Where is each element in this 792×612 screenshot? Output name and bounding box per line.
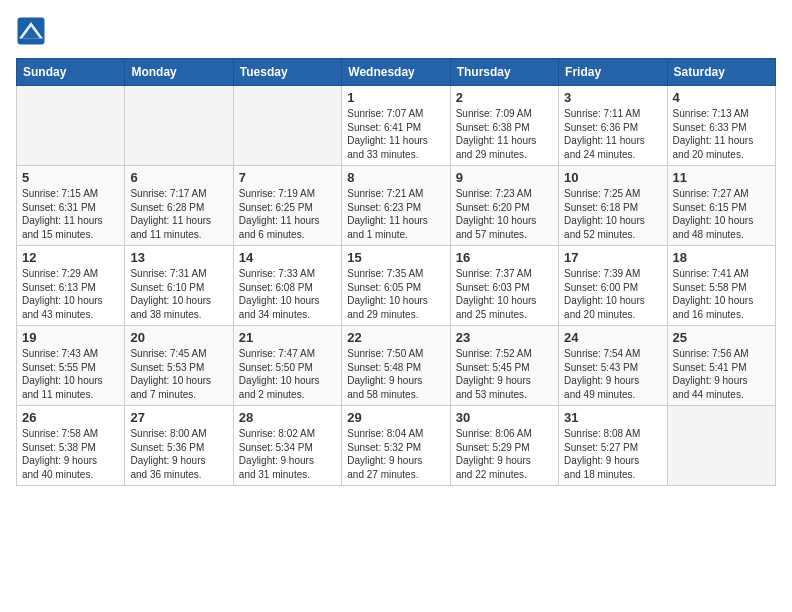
calendar-cell: 28Sunrise: 8:02 AM Sunset: 5:34 PM Dayli… <box>233 406 341 486</box>
calendar-cell: 19Sunrise: 7:43 AM Sunset: 5:55 PM Dayli… <box>17 326 125 406</box>
calendar-cell <box>125 86 233 166</box>
day-number: 18 <box>673 250 770 265</box>
day-number: 22 <box>347 330 444 345</box>
day-info: Sunrise: 7:17 AM Sunset: 6:28 PM Dayligh… <box>130 187 227 241</box>
day-number: 23 <box>456 330 553 345</box>
day-info: Sunrise: 8:08 AM Sunset: 5:27 PM Dayligh… <box>564 427 661 481</box>
day-number: 17 <box>564 250 661 265</box>
day-info: Sunrise: 7:41 AM Sunset: 5:58 PM Dayligh… <box>673 267 770 321</box>
day-number: 9 <box>456 170 553 185</box>
day-number: 5 <box>22 170 119 185</box>
calendar-cell: 24Sunrise: 7:54 AM Sunset: 5:43 PM Dayli… <box>559 326 667 406</box>
day-info: Sunrise: 7:13 AM Sunset: 6:33 PM Dayligh… <box>673 107 770 161</box>
day-info: Sunrise: 7:21 AM Sunset: 6:23 PM Dayligh… <box>347 187 444 241</box>
calendar-cell: 11Sunrise: 7:27 AM Sunset: 6:15 PM Dayli… <box>667 166 775 246</box>
day-info: Sunrise: 7:31 AM Sunset: 6:10 PM Dayligh… <box>130 267 227 321</box>
calendar-cell: 9Sunrise: 7:23 AM Sunset: 6:20 PM Daylig… <box>450 166 558 246</box>
day-info: Sunrise: 8:02 AM Sunset: 5:34 PM Dayligh… <box>239 427 336 481</box>
calendar-cell: 29Sunrise: 8:04 AM Sunset: 5:32 PM Dayli… <box>342 406 450 486</box>
day-number: 15 <box>347 250 444 265</box>
page-header <box>16 16 776 46</box>
day-info: Sunrise: 7:45 AM Sunset: 5:53 PM Dayligh… <box>130 347 227 401</box>
day-number: 25 <box>673 330 770 345</box>
day-number: 27 <box>130 410 227 425</box>
day-info: Sunrise: 7:25 AM Sunset: 6:18 PM Dayligh… <box>564 187 661 241</box>
day-number: 14 <box>239 250 336 265</box>
day-number: 13 <box>130 250 227 265</box>
calendar-cell: 21Sunrise: 7:47 AM Sunset: 5:50 PM Dayli… <box>233 326 341 406</box>
week-row-2: 5Sunrise: 7:15 AM Sunset: 6:31 PM Daylig… <box>17 166 776 246</box>
day-info: Sunrise: 7:19 AM Sunset: 6:25 PM Dayligh… <box>239 187 336 241</box>
day-number: 31 <box>564 410 661 425</box>
week-row-1: 1Sunrise: 7:07 AM Sunset: 6:41 PM Daylig… <box>17 86 776 166</box>
logo <box>16 16 50 46</box>
day-number: 20 <box>130 330 227 345</box>
day-info: Sunrise: 7:07 AM Sunset: 6:41 PM Dayligh… <box>347 107 444 161</box>
calendar-cell: 16Sunrise: 7:37 AM Sunset: 6:03 PM Dayli… <box>450 246 558 326</box>
calendar-cell: 13Sunrise: 7:31 AM Sunset: 6:10 PM Dayli… <box>125 246 233 326</box>
day-info: Sunrise: 7:11 AM Sunset: 6:36 PM Dayligh… <box>564 107 661 161</box>
day-info: Sunrise: 7:09 AM Sunset: 6:38 PM Dayligh… <box>456 107 553 161</box>
calendar-cell: 4Sunrise: 7:13 AM Sunset: 6:33 PM Daylig… <box>667 86 775 166</box>
weekday-header-friday: Friday <box>559 59 667 86</box>
day-info: Sunrise: 7:58 AM Sunset: 5:38 PM Dayligh… <box>22 427 119 481</box>
day-info: Sunrise: 7:29 AM Sunset: 6:13 PM Dayligh… <box>22 267 119 321</box>
day-number: 11 <box>673 170 770 185</box>
logo-icon <box>16 16 46 46</box>
week-row-5: 26Sunrise: 7:58 AM Sunset: 5:38 PM Dayli… <box>17 406 776 486</box>
calendar-cell: 25Sunrise: 7:56 AM Sunset: 5:41 PM Dayli… <box>667 326 775 406</box>
calendar-table: SundayMondayTuesdayWednesdayThursdayFrid… <box>16 58 776 486</box>
calendar-cell: 8Sunrise: 7:21 AM Sunset: 6:23 PM Daylig… <box>342 166 450 246</box>
day-info: Sunrise: 7:35 AM Sunset: 6:05 PM Dayligh… <box>347 267 444 321</box>
day-number: 4 <box>673 90 770 105</box>
day-info: Sunrise: 7:15 AM Sunset: 6:31 PM Dayligh… <box>22 187 119 241</box>
weekday-header-monday: Monday <box>125 59 233 86</box>
day-number: 21 <box>239 330 336 345</box>
week-row-3: 12Sunrise: 7:29 AM Sunset: 6:13 PM Dayli… <box>17 246 776 326</box>
day-info: Sunrise: 8:00 AM Sunset: 5:36 PM Dayligh… <box>130 427 227 481</box>
day-info: Sunrise: 7:56 AM Sunset: 5:41 PM Dayligh… <box>673 347 770 401</box>
calendar-cell: 20Sunrise: 7:45 AM Sunset: 5:53 PM Dayli… <box>125 326 233 406</box>
calendar-cell: 10Sunrise: 7:25 AM Sunset: 6:18 PM Dayli… <box>559 166 667 246</box>
day-info: Sunrise: 7:43 AM Sunset: 5:55 PM Dayligh… <box>22 347 119 401</box>
weekday-header-thursday: Thursday <box>450 59 558 86</box>
day-number: 19 <box>22 330 119 345</box>
calendar-cell: 7Sunrise: 7:19 AM Sunset: 6:25 PM Daylig… <box>233 166 341 246</box>
day-number: 12 <box>22 250 119 265</box>
calendar-cell: 22Sunrise: 7:50 AM Sunset: 5:48 PM Dayli… <box>342 326 450 406</box>
day-number: 2 <box>456 90 553 105</box>
weekday-header-sunday: Sunday <box>17 59 125 86</box>
calendar-cell: 14Sunrise: 7:33 AM Sunset: 6:08 PM Dayli… <box>233 246 341 326</box>
day-info: Sunrise: 7:33 AM Sunset: 6:08 PM Dayligh… <box>239 267 336 321</box>
day-number: 3 <box>564 90 661 105</box>
day-info: Sunrise: 7:37 AM Sunset: 6:03 PM Dayligh… <box>456 267 553 321</box>
day-number: 1 <box>347 90 444 105</box>
calendar-cell <box>17 86 125 166</box>
day-info: Sunrise: 7:47 AM Sunset: 5:50 PM Dayligh… <box>239 347 336 401</box>
calendar-cell: 27Sunrise: 8:00 AM Sunset: 5:36 PM Dayli… <box>125 406 233 486</box>
calendar-cell: 1Sunrise: 7:07 AM Sunset: 6:41 PM Daylig… <box>342 86 450 166</box>
day-number: 28 <box>239 410 336 425</box>
day-info: Sunrise: 7:50 AM Sunset: 5:48 PM Dayligh… <box>347 347 444 401</box>
day-number: 7 <box>239 170 336 185</box>
day-number: 24 <box>564 330 661 345</box>
calendar-cell: 17Sunrise: 7:39 AM Sunset: 6:00 PM Dayli… <box>559 246 667 326</box>
calendar-cell: 31Sunrise: 8:08 AM Sunset: 5:27 PM Dayli… <box>559 406 667 486</box>
day-number: 16 <box>456 250 553 265</box>
calendar-cell: 26Sunrise: 7:58 AM Sunset: 5:38 PM Dayli… <box>17 406 125 486</box>
calendar-cell: 3Sunrise: 7:11 AM Sunset: 6:36 PM Daylig… <box>559 86 667 166</box>
week-row-4: 19Sunrise: 7:43 AM Sunset: 5:55 PM Dayli… <box>17 326 776 406</box>
day-number: 10 <box>564 170 661 185</box>
calendar-cell: 23Sunrise: 7:52 AM Sunset: 5:45 PM Dayli… <box>450 326 558 406</box>
day-number: 6 <box>130 170 227 185</box>
day-info: Sunrise: 8:06 AM Sunset: 5:29 PM Dayligh… <box>456 427 553 481</box>
weekday-header-saturday: Saturday <box>667 59 775 86</box>
day-info: Sunrise: 7:23 AM Sunset: 6:20 PM Dayligh… <box>456 187 553 241</box>
day-number: 26 <box>22 410 119 425</box>
calendar-cell: 18Sunrise: 7:41 AM Sunset: 5:58 PM Dayli… <box>667 246 775 326</box>
day-info: Sunrise: 8:04 AM Sunset: 5:32 PM Dayligh… <box>347 427 444 481</box>
day-number: 30 <box>456 410 553 425</box>
weekday-header-row: SundayMondayTuesdayWednesdayThursdayFrid… <box>17 59 776 86</box>
day-info: Sunrise: 7:52 AM Sunset: 5:45 PM Dayligh… <box>456 347 553 401</box>
day-info: Sunrise: 7:39 AM Sunset: 6:00 PM Dayligh… <box>564 267 661 321</box>
